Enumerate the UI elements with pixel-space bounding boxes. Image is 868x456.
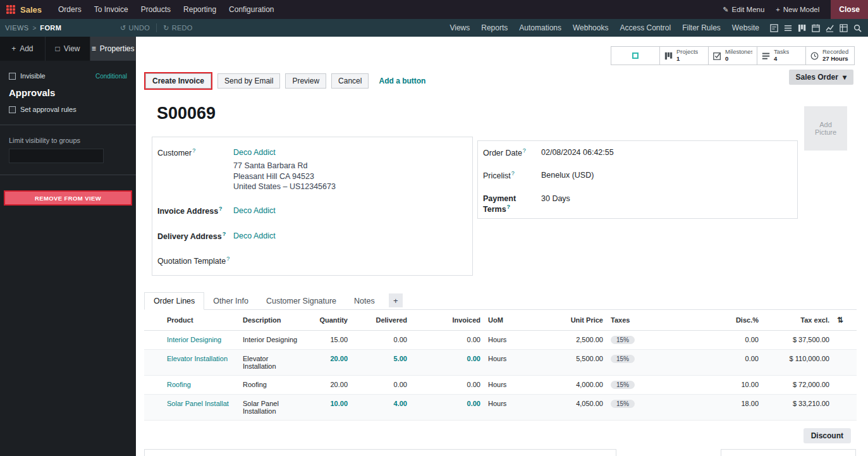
uom-cell[interactable]: Hours	[484, 350, 520, 376]
product-link[interactable]: Solar Panel Installat	[167, 400, 229, 407]
col-uom[interactable]: UoM	[484, 310, 520, 331]
menu-reporting[interactable]: Reporting	[177, 0, 223, 19]
add-a-button-link[interactable]: Add a button	[379, 77, 425, 85]
description-cell[interactable]: Roofing	[239, 376, 306, 395]
payment-terms-value[interactable]: 30 Days	[541, 194, 570, 204]
disc-cell[interactable]: 0.00	[690, 350, 762, 376]
add-tab-button[interactable]: +	[389, 293, 403, 307]
edit-menu-button[interactable]: ✎ Edit Menu	[723, 6, 764, 14]
col-unit-price[interactable]: Unit Price	[520, 310, 607, 331]
studio-menu-views[interactable]: Views	[444, 19, 475, 37]
new-model-button[interactable]: + New Model	[776, 6, 819, 13]
view-calendar-icon[interactable]	[812, 24, 820, 32]
menu-orders[interactable]: Orders	[52, 0, 88, 19]
invoiced-cell[interactable]: 0.00	[411, 331, 484, 350]
invisible-checkbox[interactable]	[9, 73, 16, 80]
tax-excl-cell[interactable]: $ 110,000.00	[762, 350, 833, 376]
set-approval-rules-checkbox[interactable]	[9, 106, 16, 113]
status-dropdown[interactable]: Sales Order ▾	[789, 70, 853, 85]
menu-products[interactable]: Products	[135, 0, 177, 19]
conditional-toggle[interactable]: Conditional	[95, 73, 127, 80]
record-title[interactable]: S00069	[157, 104, 216, 123]
col-quantity[interactable]: Quantity	[306, 310, 351, 331]
view-form-icon[interactable]	[770, 24, 778, 32]
unit-price-cell[interactable]: 4,000.00	[520, 376, 607, 395]
pricelist-value[interactable]: Benelux (USD)	[541, 170, 594, 180]
unit-price-cell[interactable]: 2,500.00	[520, 331, 607, 350]
add-picture-placeholder[interactable]: Add Picture	[804, 106, 847, 151]
uom-cell[interactable]: Hours	[484, 376, 520, 395]
taxes-cell[interactable]: 15%	[607, 376, 690, 395]
redo-button[interactable]: ↻ REDO	[163, 24, 193, 32]
col-taxes[interactable]: Taxes	[607, 310, 690, 331]
optional-columns-icon[interactable]: ⇅	[833, 310, 857, 331]
invoiced-cell[interactable]: 0.00	[411, 376, 484, 395]
taxes-cell[interactable]: 15%	[607, 331, 690, 350]
cancel-button[interactable]: Cancel	[331, 73, 369, 89]
disc-cell[interactable]: 0.00	[690, 331, 762, 350]
stat-button-recorded[interactable]: Recorded 27 Hours	[805, 46, 855, 65]
unit-price-cell[interactable]: 5,500.00	[520, 350, 607, 376]
taxes-cell[interactable]: 15%	[607, 395, 690, 421]
studio-menu-reports[interactable]: Reports	[475, 19, 513, 37]
product-link[interactable]: Interior Designing	[167, 336, 221, 343]
tax-excl-cell[interactable]: $ 33,210.00	[762, 395, 833, 421]
tab-view[interactable]: □ View	[46, 37, 91, 61]
customer-value[interactable]: Deco Addict	[233, 147, 276, 157]
tab-other-info[interactable]: Other Info	[204, 293, 257, 309]
unit-price-cell[interactable]: 4,050.00	[520, 395, 607, 421]
invoiced-cell[interactable]: 0.00	[411, 350, 484, 376]
quantity-cell[interactable]: 15.00	[306, 331, 351, 350]
view-graph-icon[interactable]	[826, 24, 834, 32]
view-list-icon[interactable]	[784, 24, 792, 32]
invoiced-cell[interactable]: 0.00	[411, 395, 484, 421]
col-description[interactable]: Description	[239, 310, 306, 331]
order-line-row[interactable]: Roofing Roofing 20.00 0.00 0.00 Hours 4,…	[144, 376, 857, 395]
disc-cell[interactable]: 18.00	[690, 395, 762, 421]
disc-cell[interactable]: 10.00	[690, 376, 762, 395]
view-kanban-icon[interactable]	[798, 24, 806, 32]
stat-button-tasks[interactable]: Tasks 4	[757, 46, 806, 65]
add-stat-button[interactable]	[611, 46, 660, 65]
tab-customer-signature[interactable]: Customer Signature	[257, 293, 345, 309]
order-line-row[interactable]: Interior Designing Interior Designing 15…	[144, 331, 857, 350]
limit-visibility-input[interactable]	[9, 149, 104, 163]
view-pivot-icon[interactable]	[840, 24, 848, 32]
delivered-cell[interactable]: 0.00	[351, 376, 411, 395]
quantity-cell[interactable]: 20.00	[306, 350, 351, 376]
preview-button[interactable]: Preview	[285, 73, 326, 89]
tab-notes[interactable]: Notes	[345, 293, 384, 309]
taxes-cell[interactable]: 15%	[607, 350, 690, 376]
product-link[interactable]: Roofing	[167, 381, 191, 388]
description-cell[interactable]: Elevator Installation	[239, 350, 306, 376]
quantity-cell[interactable]: 10.00	[306, 395, 351, 421]
delivery-address-value[interactable]: Deco Addict	[233, 231, 276, 241]
undo-button[interactable]: ↺ UNDO	[120, 24, 150, 32]
breadcrumb-views[interactable]: VIEWS	[5, 24, 28, 32]
stat-button-projects[interactable]: Projects 1	[659, 46, 709, 65]
col-product[interactable]: Product	[144, 310, 239, 331]
studio-menu-access-control[interactable]: Access Control	[614, 19, 676, 37]
col-tax-excl[interactable]: Tax excl.	[762, 310, 833, 331]
search-icon[interactable]	[853, 24, 862, 32]
create-invoice-button[interactable]: Create Invoice	[145, 73, 211, 89]
col-invoiced[interactable]: Invoiced	[411, 310, 484, 331]
remove-from-view-button[interactable]: REMOVE FROM VIEW	[4, 190, 132, 206]
description-cell[interactable]: Solar Panel Installation	[239, 395, 306, 421]
description-cell[interactable]: Interior Designing	[239, 331, 306, 350]
col-delivered[interactable]: Delivered	[351, 310, 411, 331]
col-disc[interactable]: Disc.%	[690, 310, 762, 331]
tab-properties[interactable]: ≡ Properties	[90, 37, 136, 61]
app-name[interactable]: Sales	[20, 5, 42, 15]
send-by-email-button[interactable]: Send by Email	[217, 73, 280, 89]
tax-excl-cell[interactable]: $ 37,500.00	[762, 331, 833, 350]
delivered-cell[interactable]: 5.00	[351, 350, 411, 376]
quantity-cell[interactable]: 20.00	[306, 376, 351, 395]
delivered-cell[interactable]: 0.00	[351, 331, 411, 350]
stat-button-milestones[interactable]: Milestones 0	[708, 46, 757, 65]
studio-menu-website[interactable]: Website	[726, 19, 765, 37]
tax-excl-cell[interactable]: $ 72,000.00	[762, 376, 833, 395]
delivered-cell[interactable]: 4.00	[351, 395, 411, 421]
menu-configuration[interactable]: Configuration	[223, 0, 280, 19]
discount-button[interactable]: Discount	[804, 428, 851, 443]
